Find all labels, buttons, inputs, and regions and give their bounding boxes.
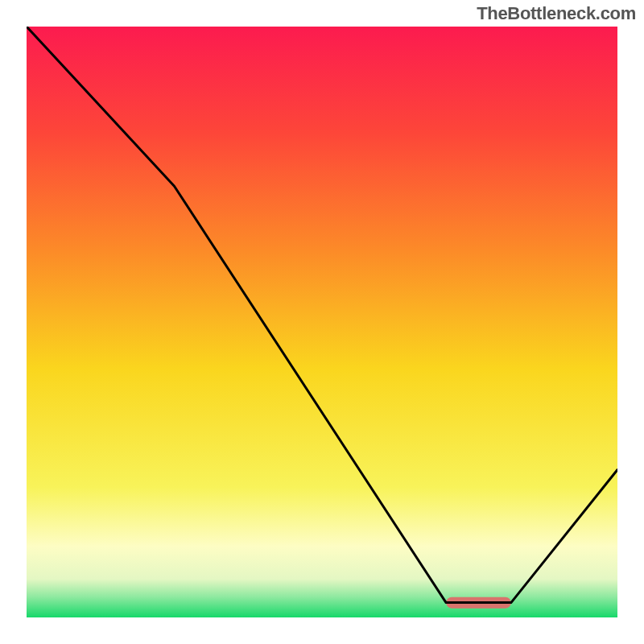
gradient-background: [27, 27, 617, 617]
watermark-text: TheBottleneck.com: [477, 3, 636, 24]
plot-area: [27, 27, 617, 617]
chart-svg: [27, 27, 617, 617]
chart-container: TheBottleneck.com: [0, 0, 644, 644]
